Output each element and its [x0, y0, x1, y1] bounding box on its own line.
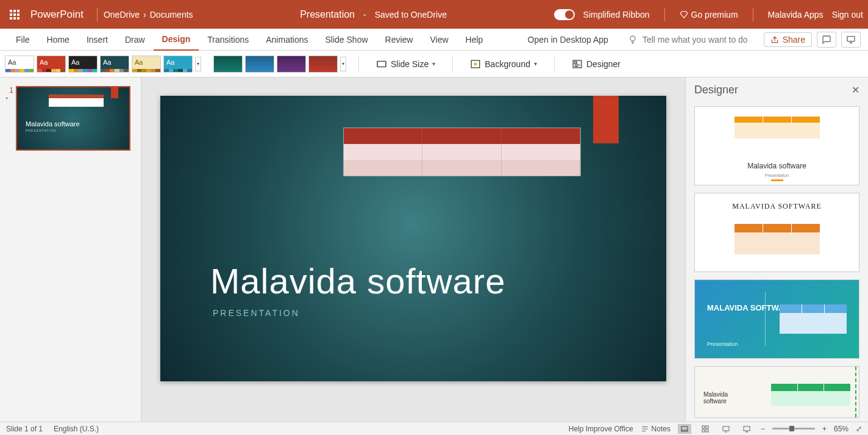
simplified-ribbon-toggle[interactable] [554, 9, 575, 20]
zoom-level[interactable]: 65% [834, 425, 848, 433]
share-icon [770, 35, 779, 44]
close-icon[interactable]: ✕ [852, 84, 859, 96]
svg-rect-12 [723, 426, 729, 431]
divider [753, 8, 753, 21]
zoom-in-button[interactable]: + [822, 425, 827, 433]
comments-button[interactable] [817, 32, 836, 48]
sorter-view-button[interactable] [699, 424, 712, 434]
breadcrumb[interactable]: OneDrive › Documents [104, 10, 193, 20]
account-name[interactable]: Malavida Apps [768, 10, 824, 20]
share-button[interactable]: Share [764, 32, 812, 47]
zoom-slider[interactable] [772, 428, 815, 430]
slide-table[interactable] [343, 128, 581, 176]
tab-review[interactable]: Review [377, 29, 422, 51]
svg-point-0 [630, 36, 635, 41]
slide-counter[interactable]: Slide 1 of 1 [6, 425, 43, 433]
designer-icon [572, 59, 583, 70]
theme-swatch[interactable]: Aa [68, 56, 98, 73]
variant-swatch[interactable] [308, 56, 338, 73]
theme-swatch[interactable]: Aa [37, 56, 66, 73]
thumb-title: Malavida software [26, 120, 80, 128]
breadcrumb-item[interactable]: OneDrive [104, 10, 140, 20]
sign-out-link[interactable]: Sign out [832, 10, 863, 20]
open-in-desktop-button[interactable]: Open in Desktop App [517, 35, 619, 45]
separator [358, 56, 359, 73]
tab-home[interactable]: Home [38, 29, 78, 51]
chevron-down-icon: ▾ [432, 60, 435, 67]
normal-view-button[interactable] [678, 424, 691, 434]
design-suggestion[interactable]: Malavida software Presentation [694, 106, 859, 185]
tab-help[interactable]: Help [457, 29, 492, 51]
tab-view[interactable]: View [421, 29, 457, 51]
theme-swatch[interactable]: Aa [163, 56, 193, 73]
svg-rect-7 [681, 426, 688, 431]
main-area: 1 ⋆ Malavida software PRESENTATION Malav… [0, 77, 868, 422]
design-suggestion[interactable]: Malavida software [694, 366, 859, 418]
slide[interactable]: Malavida software PRESENTATION [160, 96, 666, 381]
slide-title[interactable]: Malavida software [210, 261, 505, 301]
status-bar: Slide 1 of 1 English (U.S.) Help Improve… [0, 422, 868, 435]
notes-label: Notes [652, 425, 671, 433]
designer-button[interactable]: Designer [567, 56, 625, 72]
slide-subtitle[interactable]: PRESENTATION [213, 308, 300, 318]
fit-to-window-button[interactable]: ⤢ [856, 425, 862, 433]
chevron-right-icon: › [143, 10, 146, 20]
title-bar: PowerPoint OneDrive › Documents Presenta… [0, 0, 868, 29]
slide-accent-shape[interactable] [593, 96, 619, 143]
tab-animations[interactable]: Animations [257, 29, 316, 51]
tab-file[interactable]: File [7, 29, 38, 51]
tab-transitions[interactable]: Transitions [199, 29, 257, 51]
variant-more-button[interactable]: ▾ [340, 57, 346, 71]
help-improve-link[interactable]: Help Improve Office [569, 425, 633, 433]
svg-rect-10 [702, 430, 705, 432]
tab-draw[interactable]: Draw [116, 29, 154, 51]
svg-rect-9 [706, 426, 708, 428]
theme-swatch[interactable]: Aa [132, 56, 161, 73]
reading-view-icon [722, 425, 730, 433]
simplified-ribbon-label: Simplified Ribbon [583, 10, 650, 20]
language-indicator[interactable]: English (U.S.) [54, 425, 99, 433]
tab-design[interactable]: Design [154, 29, 199, 51]
design-suggestion[interactable]: MALAVIDA SOFTWARE Presentation [694, 279, 859, 359]
card-subtitle: Presentation [707, 341, 738, 347]
notes-button[interactable]: Notes [641, 425, 671, 433]
background-button[interactable]: Background ▾ [465, 56, 542, 72]
slideshow-icon [742, 425, 751, 433]
slide-canvas-area[interactable]: Malavida software PRESENTATION [141, 77, 685, 422]
lightbulb-icon [628, 35, 638, 45]
divider [97, 8, 98, 21]
go-premium-button[interactable]: Go premium [680, 10, 738, 20]
card-title: Malavida software [695, 162, 859, 170]
breadcrumb-item[interactable]: Documents [150, 10, 193, 20]
svg-point-4 [474, 62, 477, 65]
theme-swatch[interactable]: Aa [5, 56, 34, 73]
designer-suggestions-list[interactable]: Malavida software Presentation MALAVIDA … [686, 102, 868, 422]
separator [452, 56, 453, 73]
designer-label: Designer [586, 59, 621, 69]
theme-gallery: Aa Aa Aa Aa Aa Aa ▾ [5, 56, 201, 73]
zoom-out-button[interactable]: − [761, 425, 765, 433]
slideshow-view-button[interactable] [740, 424, 753, 434]
design-suggestion[interactable]: MALAVIDA SOFTWARE [694, 193, 859, 272]
theme-more-button[interactable]: ▾ [195, 57, 201, 71]
tell-me-search[interactable]: Tell me what you want to do [619, 35, 756, 45]
normal-view-icon [680, 425, 689, 433]
tab-insert[interactable]: Insert [78, 29, 116, 51]
app-launcher-icon[interactable] [5, 5, 24, 24]
variant-swatch[interactable] [277, 56, 306, 73]
designer-panel-title: Designer [694, 84, 738, 96]
tell-me-placeholder: Tell me what you want to do [642, 35, 748, 45]
share-label: Share [783, 35, 805, 45]
variant-swatch[interactable] [245, 56, 274, 73]
slide-thumbnail[interactable]: Malavida software PRESENTATION [16, 86, 130, 151]
present-button[interactable] [841, 32, 861, 48]
thumbnail-panel: 1 ⋆ Malavida software PRESENTATION [0, 77, 141, 422]
theme-swatch[interactable]: Aa [100, 56, 129, 73]
card-title: Malavida software [703, 391, 740, 404]
background-icon [470, 59, 481, 70]
document-name[interactable]: Presentation [300, 9, 355, 20]
slide-size-button[interactable]: Slide Size ▾ [371, 56, 440, 72]
tab-slideshow[interactable]: Slide Show [317, 29, 377, 51]
variant-swatch[interactable] [213, 56, 243, 73]
reading-view-button[interactable] [719, 424, 733, 434]
